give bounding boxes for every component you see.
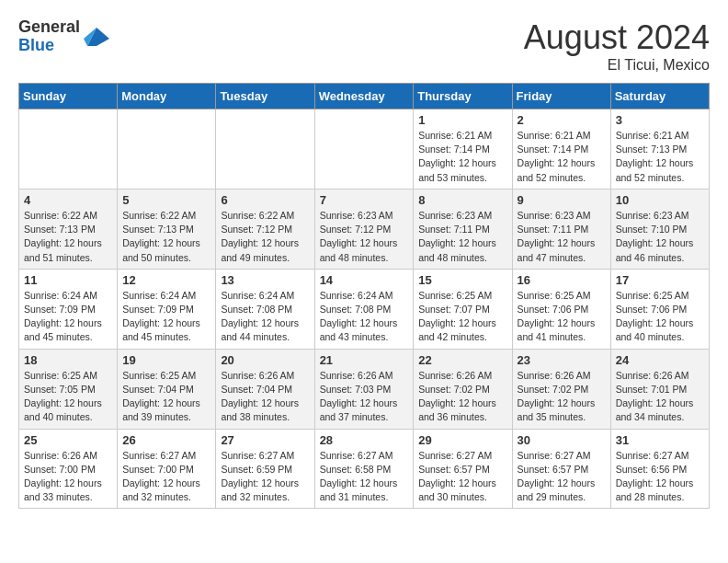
location: El Ticui, Mexico [524, 57, 710, 74]
day-number: 3 [616, 113, 704, 127]
calendar: SundayMondayTuesdayWednesdayThursdayFrid… [18, 83, 710, 509]
calendar-cell: 18Sunrise: 6:25 AM Sunset: 7:05 PM Dayli… [19, 349, 118, 429]
day-number: 7 [320, 193, 409, 207]
calendar-cell: 19Sunrise: 6:25 AM Sunset: 7:04 PM Dayli… [118, 349, 216, 429]
day-info: Sunrise: 6:23 AM Sunset: 7:11 PM Dayligh… [418, 209, 506, 265]
day-number: 26 [122, 433, 210, 447]
day-info: Sunrise: 6:25 AM Sunset: 7:06 PM Dayligh… [518, 289, 606, 345]
calendar-cell [216, 109, 314, 190]
title-block: August 2024 El Ticui, Mexico [524, 18, 710, 74]
day-number: 30 [518, 433, 606, 447]
logo-general: General [18, 18, 80, 37]
calendar-cell: 23Sunrise: 6:26 AM Sunset: 7:02 PM Dayli… [512, 349, 610, 429]
day-number: 6 [221, 193, 309, 207]
weekday-header-monday: Monday [118, 84, 216, 109]
calendar-cell: 5Sunrise: 6:22 AM Sunset: 7:13 PM Daylig… [118, 189, 216, 269]
day-number: 9 [518, 193, 606, 207]
calendar-cell: 6Sunrise: 6:22 AM Sunset: 7:12 PM Daylig… [216, 189, 314, 269]
day-info: Sunrise: 6:27 AM Sunset: 6:57 PM Dayligh… [518, 449, 606, 505]
calendar-cell: 29Sunrise: 6:27 AM Sunset: 6:57 PM Dayli… [414, 429, 512, 509]
day-info: Sunrise: 6:26 AM Sunset: 7:02 PM Dayligh… [418, 369, 506, 425]
day-number: 12 [122, 273, 210, 287]
day-info: Sunrise: 6:24 AM Sunset: 7:09 PM Dayligh… [122, 289, 210, 345]
weekday-header-sunday: Sunday [19, 84, 118, 109]
day-info: Sunrise: 6:26 AM Sunset: 7:00 PM Dayligh… [24, 449, 112, 505]
day-number: 22 [418, 353, 506, 367]
calendar-cell: 11Sunrise: 6:24 AM Sunset: 7:09 PM Dayli… [19, 269, 118, 349]
day-number: 17 [616, 273, 704, 287]
calendar-cell: 14Sunrise: 6:24 AM Sunset: 7:08 PM Dayli… [314, 269, 414, 349]
day-info: Sunrise: 6:27 AM Sunset: 6:56 PM Dayligh… [616, 449, 704, 505]
day-info: Sunrise: 6:23 AM Sunset: 7:12 PM Dayligh… [320, 209, 409, 265]
day-number: 16 [518, 273, 606, 287]
day-number: 2 [518, 113, 606, 127]
day-info: Sunrise: 6:25 AM Sunset: 7:04 PM Dayligh… [122, 369, 210, 425]
logo-icon [84, 24, 109, 50]
logo-blue: Blue [18, 37, 80, 55]
calendar-cell: 13Sunrise: 6:24 AM Sunset: 7:08 PM Dayli… [216, 269, 314, 349]
day-number: 10 [616, 193, 704, 207]
day-info: Sunrise: 6:25 AM Sunset: 7:05 PM Dayligh… [24, 369, 112, 425]
calendar-cell [118, 109, 216, 190]
calendar-cell: 16Sunrise: 6:25 AM Sunset: 7:06 PM Dayli… [512, 269, 610, 349]
weekday-header-thursday: Thursday [414, 84, 512, 109]
weekday-header-tuesday: Tuesday [216, 84, 314, 109]
day-number: 11 [24, 273, 112, 287]
day-number: 19 [122, 353, 210, 367]
day-info: Sunrise: 6:22 AM Sunset: 7:13 PM Dayligh… [122, 209, 210, 265]
day-info: Sunrise: 6:25 AM Sunset: 7:07 PM Dayligh… [418, 289, 506, 345]
calendar-cell: 24Sunrise: 6:26 AM Sunset: 7:01 PM Dayli… [610, 349, 709, 429]
calendar-cell: 31Sunrise: 6:27 AM Sunset: 6:56 PM Dayli… [610, 429, 709, 509]
calendar-cell: 2Sunrise: 6:21 AM Sunset: 7:14 PM Daylig… [512, 109, 610, 190]
weekday-header-friday: Friday [512, 84, 610, 109]
day-info: Sunrise: 6:24 AM Sunset: 7:08 PM Dayligh… [221, 289, 309, 345]
day-number: 27 [221, 433, 309, 447]
day-info: Sunrise: 6:26 AM Sunset: 7:03 PM Dayligh… [320, 369, 409, 425]
day-info: Sunrise: 6:26 AM Sunset: 7:01 PM Dayligh… [616, 369, 704, 425]
day-number: 31 [616, 433, 704, 447]
weekday-header-saturday: Saturday [610, 84, 709, 109]
day-info: Sunrise: 6:27 AM Sunset: 6:57 PM Dayligh… [418, 449, 506, 505]
day-info: Sunrise: 6:22 AM Sunset: 7:12 PM Dayligh… [221, 209, 309, 265]
day-info: Sunrise: 6:23 AM Sunset: 7:10 PM Dayligh… [616, 209, 704, 265]
day-number: 28 [320, 433, 409, 447]
calendar-cell: 7Sunrise: 6:23 AM Sunset: 7:12 PM Daylig… [314, 189, 414, 269]
calendar-cell: 28Sunrise: 6:27 AM Sunset: 6:58 PM Dayli… [314, 429, 414, 509]
day-info: Sunrise: 6:27 AM Sunset: 7:00 PM Dayligh… [122, 449, 210, 505]
month-title: August 2024 [524, 18, 710, 57]
day-number: 1 [418, 113, 506, 127]
calendar-cell: 3Sunrise: 6:21 AM Sunset: 7:13 PM Daylig… [610, 109, 709, 190]
day-number: 25 [24, 433, 112, 447]
day-info: Sunrise: 6:22 AM Sunset: 7:13 PM Dayligh… [24, 209, 112, 265]
logo: General Blue [18, 18, 109, 55]
calendar-cell: 1Sunrise: 6:21 AM Sunset: 7:14 PM Daylig… [414, 109, 512, 190]
day-number: 20 [221, 353, 309, 367]
calendar-cell: 4Sunrise: 6:22 AM Sunset: 7:13 PM Daylig… [19, 189, 118, 269]
calendar-cell: 30Sunrise: 6:27 AM Sunset: 6:57 PM Dayli… [512, 429, 610, 509]
calendar-cell: 20Sunrise: 6:26 AM Sunset: 7:04 PM Dayli… [216, 349, 314, 429]
day-number: 24 [616, 353, 704, 367]
day-number: 23 [518, 353, 606, 367]
calendar-cell: 12Sunrise: 6:24 AM Sunset: 7:09 PM Dayli… [118, 269, 216, 349]
calendar-cell: 10Sunrise: 6:23 AM Sunset: 7:10 PM Dayli… [610, 189, 709, 269]
calendar-cell: 17Sunrise: 6:25 AM Sunset: 7:06 PM Dayli… [610, 269, 709, 349]
day-info: Sunrise: 6:26 AM Sunset: 7:02 PM Dayligh… [518, 369, 606, 425]
calendar-cell: 8Sunrise: 6:23 AM Sunset: 7:11 PM Daylig… [414, 189, 512, 269]
day-number: 15 [418, 273, 506, 287]
day-info: Sunrise: 6:21 AM Sunset: 7:14 PM Dayligh… [518, 129, 606, 185]
calendar-cell [19, 109, 118, 190]
day-number: 5 [122, 193, 210, 207]
day-info: Sunrise: 6:21 AM Sunset: 7:13 PM Dayligh… [616, 129, 704, 185]
day-number: 4 [24, 193, 112, 207]
calendar-cell: 15Sunrise: 6:25 AM Sunset: 7:07 PM Dayli… [414, 269, 512, 349]
day-info: Sunrise: 6:21 AM Sunset: 7:14 PM Dayligh… [418, 129, 506, 185]
day-info: Sunrise: 6:24 AM Sunset: 7:09 PM Dayligh… [24, 289, 112, 345]
calendar-cell: 27Sunrise: 6:27 AM Sunset: 6:59 PM Dayli… [216, 429, 314, 509]
calendar-cell: 26Sunrise: 6:27 AM Sunset: 7:00 PM Dayli… [118, 429, 216, 509]
day-number: 8 [418, 193, 506, 207]
calendar-cell: 21Sunrise: 6:26 AM Sunset: 7:03 PM Dayli… [314, 349, 414, 429]
day-info: Sunrise: 6:26 AM Sunset: 7:04 PM Dayligh… [221, 369, 309, 425]
calendar-cell: 22Sunrise: 6:26 AM Sunset: 7:02 PM Dayli… [414, 349, 512, 429]
calendar-cell [314, 109, 414, 190]
day-info: Sunrise: 6:23 AM Sunset: 7:11 PM Dayligh… [518, 209, 606, 265]
